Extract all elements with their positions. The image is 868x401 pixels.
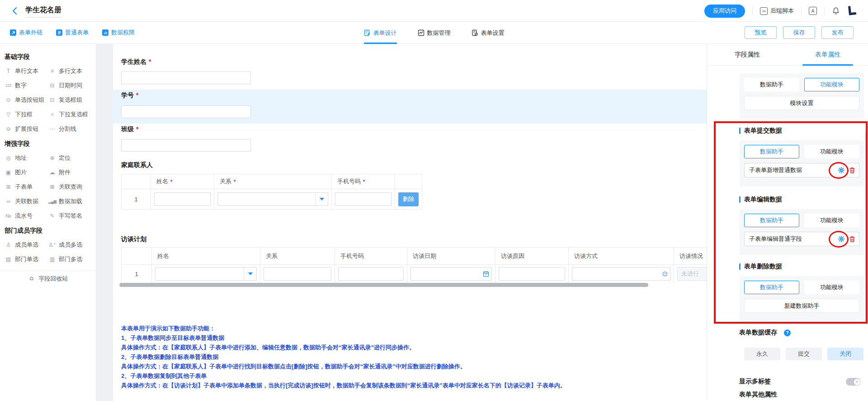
student-name-input[interactable] — [121, 72, 251, 84]
data-assistant-toggle[interactable]: 数据助手 — [744, 214, 799, 227]
section-basic-fields: 基础字段 — [0, 49, 96, 64]
relation-select[interactable] — [217, 192, 328, 206]
palette-multi-select[interactable]: ▿下拉复选框 — [48, 107, 92, 122]
function-module-toggle[interactable]: 功能模块 — [804, 78, 859, 91]
student-id-input[interactable] — [121, 105, 251, 118]
palette-relation-data[interactable]: ∞关联数据 — [5, 194, 48, 209]
multitab-toggle[interactable]: × — [846, 378, 861, 386]
back-icon[interactable] — [11, 6, 20, 15]
form-title[interactable]: 学生花名册 — [25, 5, 61, 18]
palette-radio-group[interactable]: ⊙单选按钮组 — [5, 93, 48, 107]
cell-interview-date: 7 — [407, 265, 495, 283]
app-access-button[interactable]: 应用访问 — [704, 5, 745, 18]
palette-multi-line-text[interactable]: ≡多行文本 — [48, 64, 92, 78]
trash-icon[interactable] — [849, 236, 855, 243]
palette-single-line-text[interactable]: T单行文本 — [5, 64, 48, 78]
publish-button[interactable]: 发布 — [821, 26, 854, 39]
palette-serial-number[interactable]: №流水号 — [5, 209, 48, 223]
palette-number[interactable]: 123数字 — [5, 78, 48, 93]
section-accent-bar — [739, 263, 741, 270]
toggle-off-icon: × — [854, 379, 860, 385]
data-assistant-toggle[interactable]: 数据助手 — [744, 281, 799, 294]
member-single-icon: ♙ — [5, 242, 12, 248]
backend-script-button[interactable]: </> 后端脚本 — [760, 7, 794, 15]
interview-method-input[interactable] — [572, 267, 670, 281]
help-icon[interactable]: ? — [784, 329, 791, 336]
interview-status-value: 未进行 — [677, 267, 707, 281]
signature-icon: ✎ — [48, 213, 56, 219]
palette-department-single[interactable]: ▤部门单选 — [5, 252, 48, 267]
module-switch-box: 数据助手 功能模块 模块设置 — [740, 73, 864, 119]
module-settings-button[interactable]: 模块设置 — [744, 96, 859, 110]
brand-logo — [847, 5, 857, 16]
delete-row-button[interactable]: 删除 — [398, 192, 419, 206]
function-module-toggle[interactable]: 功能模块 — [804, 145, 859, 158]
panel-scrollbar[interactable] — [865, 131, 868, 324]
cache-option-submit[interactable]: 提交 — [786, 348, 822, 360]
contact-name-input[interactable] — [154, 192, 211, 206]
horizontal-scrollbar[interactable] — [119, 283, 700, 287]
cell-actions: 删除 — [395, 189, 422, 209]
relation-data-icon: ∞ — [5, 198, 12, 205]
palette-member-single[interactable]: ♙成员单选 — [5, 238, 48, 252]
tab-form-properties[interactable]: 表单属性 — [788, 44, 868, 65]
save-button[interactable]: 保存 — [783, 26, 815, 39]
palette-image[interactable]: ▣图片 — [5, 165, 48, 180]
scrollbar-thumb[interactable] — [119, 283, 648, 287]
notification-bell-icon[interactable] — [832, 7, 840, 15]
contact-phone-input[interactable] — [335, 192, 392, 206]
gear-icon[interactable] — [838, 167, 845, 174]
palette-extend-button[interactable]: ⊖扩展按钮 — [5, 122, 48, 136]
new-data-assistant-button[interactable]: 新建数据助手 — [744, 299, 859, 313]
cache-option-permanent[interactable]: 永久 — [744, 348, 780, 360]
data-assistant-toggle[interactable]: 数据助手 — [744, 78, 799, 91]
interview-name-select[interactable] — [155, 267, 257, 281]
preview-button[interactable]: 预览 — [745, 26, 777, 39]
interview-plan-subform: 姓名 关系 手机号码 访谈日期 访谈原因 访谈方式 访谈情况 1 7 ⊙ 未进行 — [121, 247, 707, 283]
field-recycle-bin[interactable]: ♻ 字段回收站 — [0, 271, 96, 286]
trash-icon[interactable] — [849, 167, 855, 174]
calendar-icon[interactable]: 7 — [483, 271, 489, 277]
assistant-item[interactable]: 子表单新增普通数据 — [744, 163, 859, 177]
column-header-relation: 关系 — [260, 248, 335, 265]
cache-option-close[interactable]: 关闭 — [827, 348, 863, 360]
palette-divider[interactable]: ⋯分割线 — [48, 122, 92, 136]
cell-phone — [335, 265, 407, 283]
palette-checkbox-group[interactable]: ⊡复选框组 — [48, 93, 92, 107]
palette-member-multi[interactable]: ♙⁺成员多选 — [48, 238, 92, 252]
class-input[interactable] — [121, 139, 251, 152]
function-module-toggle[interactable]: 功能模块 — [804, 214, 859, 227]
palette-signature[interactable]: ✎手写签名 — [48, 209, 92, 223]
interview-relation-input[interactable] — [264, 267, 331, 281]
toolbar: 表单外链 普通表单 数据权限 表单设计 数据管理 表单设置 预览 保存 发布 — [0, 22, 868, 44]
column-header-interview-date: 访谈日期 — [407, 248, 495, 265]
contacts-icon[interactable]: A — [809, 7, 817, 15]
radio-icon: ⊙ — [5, 97, 12, 103]
column-header-relation: 关系* — [214, 174, 332, 189]
tab-data-management[interactable]: 数据管理 — [418, 22, 451, 44]
target-icon[interactable]: ⊙ — [662, 270, 668, 278]
palette-datetime[interactable]: ⊟日期时间 — [48, 78, 92, 93]
interview-phone-input[interactable] — [338, 267, 404, 281]
gear-icon[interactable] — [838, 235, 845, 243]
tab-form-design[interactable]: 表单设计 — [364, 22, 397, 44]
interview-date-input[interactable] — [410, 267, 492, 281]
tab-form-settings[interactable]: 表单设置 — [472, 22, 505, 44]
palette-subform[interactable]: ⊞子表单 — [5, 180, 48, 194]
palette-address[interactable]: ◎地址 — [5, 151, 48, 165]
section-form-delete-data: 表单删除数据 — [739, 263, 782, 271]
row-number: 1 — [122, 265, 152, 283]
note-line: 具体操作方式：在【访谈计划】子表单中添加单条数据，当执行[完成访谈]按钮时，数据… — [121, 382, 700, 390]
palette-attachment[interactable]: ☁附件 — [48, 165, 92, 180]
palette-department-multi[interactable]: ▥部门多选 — [48, 252, 92, 267]
section-member-fields: 部门成员字段 — [0, 223, 96, 238]
data-assistant-toggle[interactable]: 数据助手 — [744, 145, 799, 158]
tab-field-properties[interactable]: 字段属性 — [707, 44, 788, 65]
palette-data-load[interactable]: ▂▄▆数据加载 — [48, 194, 92, 209]
assistant-item[interactable]: 子表单编辑普通字段 — [744, 232, 859, 246]
function-module-toggle[interactable]: 功能模块 — [804, 281, 859, 294]
palette-select[interactable]: ▽下拉框 — [5, 107, 48, 122]
palette-relation-query[interactable]: ⊠关联查询 — [48, 180, 92, 194]
palette-location[interactable]: ⊕定位 — [48, 151, 92, 165]
interview-reason-input[interactable] — [499, 267, 565, 281]
